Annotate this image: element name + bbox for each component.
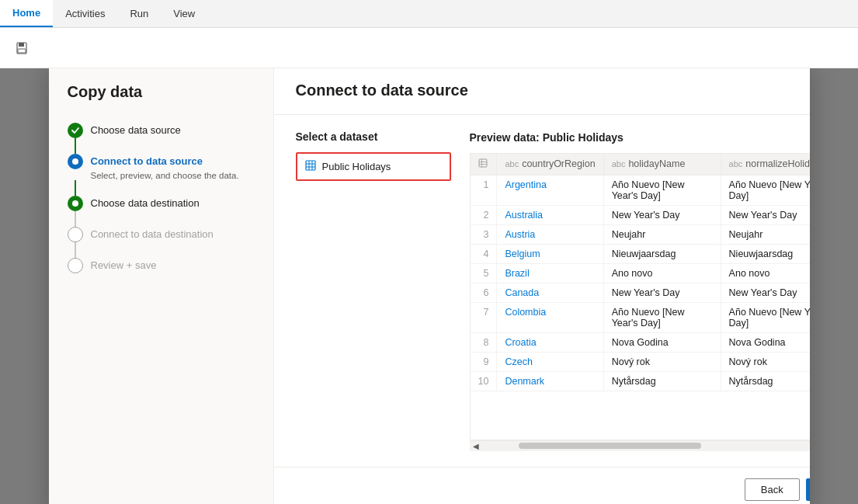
step-sublabel-2: Select, preview, and choose the data. [91, 171, 255, 180]
step-indicator-1 [68, 123, 83, 138]
canvas-area: Copy data Choose data source [0, 68, 858, 504]
dataset-item-public-holidays[interactable]: Public Holidays [296, 152, 451, 181]
table-row: 3AustriaNeujahrNeujahr [471, 224, 810, 244]
table-row: 7ColombiaAño Nuevo [New Year's Day]Año N… [471, 302, 810, 332]
table-row: 5BrazilAno novoAno novo [471, 263, 810, 283]
modal-footer: Back Next [274, 467, 810, 505]
step-indicator-4 [68, 227, 83, 242]
cell-country[interactable]: Croatia [497, 332, 603, 352]
cell-row-num: 5 [471, 263, 497, 283]
step-label-3: Choose data destination [91, 197, 200, 209]
modal-title: Connect to data source [296, 82, 468, 99]
scroll-track[interactable] [482, 443, 810, 449]
svg-rect-8 [479, 159, 487, 167]
cell-country[interactable]: Australia [497, 205, 603, 224]
table-header-row: abccountryOrRegion abcholidayName abcnor… [471, 154, 810, 176]
table-row: 2AustraliaNew Year's DayNew Year's Day [471, 205, 810, 224]
cell-country[interactable]: Colombia [497, 302, 603, 332]
cell-holiday: New Year's Day [603, 205, 721, 224]
scroll-left-arrow[interactable]: ◀ [473, 442, 479, 450]
table-row: 9CzechNový rokNový rok [471, 352, 810, 371]
tab-view[interactable]: View [161, 0, 207, 27]
app-toolbar [0, 28, 858, 68]
step-indicator-2 [68, 154, 83, 169]
cell-normalize: New Year's Day [721, 283, 809, 302]
cell-holiday: Año Nuevo [New Year's Day] [603, 302, 721, 332]
sidebar-title: Copy data [68, 83, 255, 101]
step-connect-source: Connect to data source Select, preview, … [68, 154, 255, 180]
cell-normalize: Año Nuevo [New Year's Day] [721, 175, 809, 205]
preview-header: Preview data: Public Holidays ↻ [470, 130, 810, 145]
cell-country[interactable]: Canada [497, 283, 603, 302]
tab-activities[interactable]: Activities [53, 0, 117, 27]
svg-rect-3 [306, 161, 315, 170]
step-label-5: Review + save [91, 259, 157, 271]
cell-row-num: 10 [471, 371, 497, 391]
cell-holiday: Ano novo [603, 263, 721, 283]
cell-row-num: 6 [471, 283, 497, 302]
cell-normalize: Nový rok [721, 352, 809, 371]
cell-country[interactable]: Argentina [497, 175, 603, 205]
save-icon[interactable] [9, 36, 34, 61]
cell-country[interactable]: Belgium [497, 244, 603, 263]
step-label-1: Choose data source [91, 124, 181, 136]
cell-normalize: Nytårsdag [721, 371, 809, 391]
table-icon [305, 160, 316, 173]
scroll-thumb[interactable] [519, 443, 701, 449]
cell-row-num: 3 [471, 224, 497, 244]
cell-country[interactable]: Denmark [497, 371, 603, 391]
connector-1 [75, 138, 76, 154]
step-choose-destination: Choose data destination [68, 196, 255, 211]
cell-holiday: Nova Godina [603, 332, 721, 352]
tab-home[interactable]: Home [0, 0, 53, 27]
cell-country[interactable]: Austria [497, 224, 603, 244]
cell-normalize: Nova Godina [721, 332, 809, 352]
cell-holiday: Nytårsdag [603, 371, 721, 391]
next-button[interactable]: Next [806, 478, 810, 501]
table-row: 8CroatiaNova GodinaNova Godina [471, 332, 810, 352]
step-list: Choose data source Connect to data sourc… [68, 123, 255, 273]
connector-3 [75, 211, 76, 227]
cell-normalize: Año Nuevo [New Year's Day] [721, 302, 809, 332]
cell-row-num: 7 [471, 302, 497, 332]
modal-body: Select a dataset [274, 115, 810, 467]
horizontal-scrollbar[interactable]: ◀ ▶ [470, 440, 810, 451]
table-row: 1ArgentinaAño Nuevo [New Year's Day]Año … [471, 175, 810, 205]
step-label-2: Connect to data source [91, 155, 203, 167]
step-indicator-5 [68, 258, 83, 273]
cell-holiday: Nieuwjaarsdag [603, 244, 721, 263]
step-review-save: Review + save [68, 258, 255, 273]
table-row: 4BelgiumNieuwjaarsdagNieuwjaarsdag [471, 244, 810, 263]
step-connect-destination: Connect to data destination [68, 227, 255, 242]
preview-panel: Preview data: Public Holidays ↻ [470, 130, 810, 451]
cell-row-num: 8 [471, 332, 497, 352]
step-choose-source: Choose data source [68, 123, 255, 138]
cell-country[interactable]: Brazil [497, 263, 603, 283]
table-body: 1ArgentinaAño Nuevo [New Year's Day]Año … [471, 175, 810, 391]
th-holiday: abcholidayName [603, 154, 721, 176]
tab-run[interactable]: Run [117, 0, 161, 27]
th-row-num [471, 154, 497, 176]
modal-header: Connect to data source ✕ [274, 68, 810, 115]
cell-row-num: 1 [471, 175, 497, 205]
svg-rect-1 [19, 43, 24, 47]
modal-dialog: Copy data Choose data source [49, 68, 810, 504]
cell-holiday: Neujahr [603, 224, 721, 244]
step-label-4: Connect to data destination [91, 228, 214, 240]
preview-table: abccountryOrRegion abcholidayName abcnor… [471, 154, 810, 391]
cell-normalize: Neujahr [721, 224, 809, 244]
data-table-wrapper[interactable]: abccountryOrRegion abcholidayName abcnor… [470, 153, 810, 440]
back-button[interactable]: Back [745, 478, 800, 501]
step-indicator-3 [68, 196, 83, 211]
table-row: 6CanadaNew Year's DayNew Year's Day [471, 283, 810, 302]
cell-country[interactable]: Czech [497, 352, 603, 371]
th-country: abccountryOrRegion [497, 154, 603, 176]
connector-4 [75, 242, 76, 258]
cell-normalize: Ano novo [721, 263, 809, 283]
cell-normalize: New Year's Day [721, 205, 809, 224]
cell-row-num: 9 [471, 352, 497, 371]
svg-rect-2 [18, 49, 26, 53]
cell-holiday: New Year's Day [603, 283, 721, 302]
th-normalize: abcnormalizeHolidayName [721, 154, 809, 176]
connector-2 [75, 180, 76, 196]
